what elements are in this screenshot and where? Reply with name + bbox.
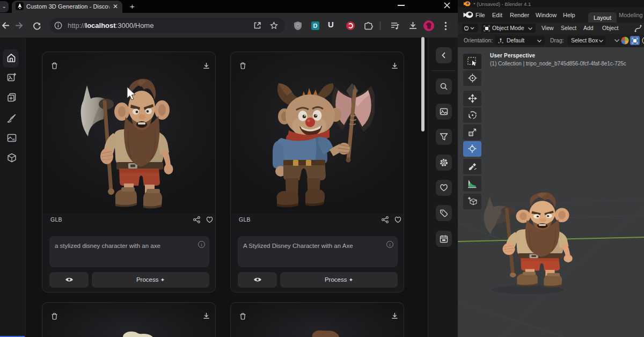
svg-text:AI: AI	[12, 138, 16, 141]
svg-text:U: U	[297, 24, 299, 27]
